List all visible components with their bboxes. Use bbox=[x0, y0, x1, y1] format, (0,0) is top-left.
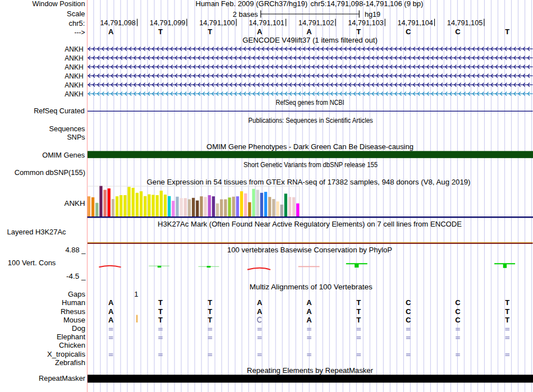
svg-text:Mouse: Mouse bbox=[63, 316, 85, 324]
svg-text:ANKH: ANKH bbox=[65, 72, 84, 80]
svg-text:T: T bbox=[158, 307, 163, 316]
svg-text:T: T bbox=[505, 316, 509, 324]
svg-text:T: T bbox=[208, 298, 212, 307]
svg-text:Publications: Sequences in Sci: Publications: Sequences in Scientific Ar… bbox=[249, 116, 373, 124]
svg-text:A: A bbox=[108, 298, 114, 307]
svg-text:T: T bbox=[208, 27, 212, 36]
svg-text:ANKH: ANKH bbox=[65, 90, 84, 98]
svg-text:T: T bbox=[208, 307, 212, 316]
svg-text:Common dbSNP(155): Common dbSNP(155) bbox=[15, 168, 85, 177]
svg-text:Chicken: Chicken bbox=[59, 341, 85, 349]
svg-text:1: 1 bbox=[134, 290, 138, 298]
svg-text:14,791,105: 14,791,105 bbox=[447, 19, 483, 27]
svg-text:Layered H3K27Ac: Layered H3K27Ac bbox=[7, 228, 66, 236]
svg-text:Scale: Scale bbox=[67, 10, 85, 18]
svg-text:T: T bbox=[505, 298, 509, 307]
svg-text:C: C bbox=[406, 27, 411, 36]
svg-text:A: A bbox=[108, 316, 114, 324]
svg-text:14,791,098: 14,791,098 bbox=[100, 19, 136, 27]
svg-text:2 bases: 2 bases bbox=[233, 10, 258, 19]
svg-text:ANKH: ANKH bbox=[65, 45, 84, 53]
svg-text:100 vertebrates Basewise Conse: 100 vertebrates Basewise Conservation by… bbox=[227, 246, 392, 254]
svg-text:T: T bbox=[158, 298, 163, 307]
svg-text:A: A bbox=[108, 27, 114, 36]
svg-text:4.88 _: 4.88 _ bbox=[65, 246, 86, 254]
svg-text:14,791,102: 14,791,102 bbox=[298, 19, 334, 27]
svg-text:Short Genetic Variants from db: Short Genetic Variants from dbSNP releas… bbox=[243, 160, 378, 169]
svg-text:14,791,104: 14,791,104 bbox=[398, 19, 433, 27]
svg-text:chr5:: chr5: bbox=[69, 19, 85, 27]
svg-text:--->: ---> bbox=[75, 28, 85, 36]
svg-text:14,791,101: 14,791,101 bbox=[249, 19, 284, 27]
svg-text:Zebrafish: Zebrafish bbox=[55, 358, 85, 367]
svg-text:Human Feb. 2009 (GRCh37/hg19): Human Feb. 2009 (GRCh37/hg19) bbox=[196, 0, 308, 8]
svg-text:Dog: Dog bbox=[72, 324, 85, 333]
svg-text:Rhesus: Rhesus bbox=[61, 307, 85, 316]
svg-text:RefSeq genes from NCBI: RefSeq genes from NCBI bbox=[276, 98, 344, 107]
svg-text:C: C bbox=[406, 298, 411, 307]
svg-text:A: A bbox=[257, 307, 263, 316]
svg-text:A: A bbox=[257, 27, 263, 36]
svg-text:14,791,100: 14,791,100 bbox=[199, 19, 235, 27]
svg-text:100 Vert. Cons: 100 Vert. Cons bbox=[8, 259, 56, 267]
svg-text:Repeating Elements by RepeatMa: Repeating Elements by RepeatMasker bbox=[247, 366, 374, 375]
svg-text:T: T bbox=[158, 27, 163, 36]
svg-text:hg19: hg19 bbox=[365, 10, 380, 19]
svg-text:A: A bbox=[306, 298, 312, 307]
svg-text:OMIM Genes: OMIM Genes bbox=[42, 151, 85, 159]
svg-text:T: T bbox=[505, 27, 509, 36]
svg-text:T: T bbox=[356, 298, 361, 307]
svg-text:C: C bbox=[455, 307, 461, 316]
svg-text:Window Position: Window Position bbox=[33, 0, 85, 8]
svg-text:A: A bbox=[108, 307, 114, 316]
svg-text:RepeatMasker: RepeatMasker bbox=[39, 374, 86, 382]
svg-text:A: A bbox=[306, 316, 312, 324]
svg-text:C: C bbox=[406, 316, 411, 324]
svg-text:Human: Human bbox=[62, 298, 85, 307]
svg-text:Elephant: Elephant bbox=[57, 333, 85, 341]
svg-text:chr5:14,791,098-14,791,106 (9: chr5:14,791,098-14,791,106 (9 bp) bbox=[310, 0, 423, 8]
svg-text:Multiz Alignments of 100 Verte: Multiz Alignments of 100 Vertebrates bbox=[250, 283, 373, 291]
svg-text:T: T bbox=[208, 316, 212, 324]
svg-text:T: T bbox=[356, 307, 361, 316]
svg-text:X_tropicalis: X_tropicalis bbox=[47, 350, 85, 358]
svg-text:Sequences: Sequences bbox=[49, 124, 85, 133]
svg-text:C: C bbox=[455, 27, 461, 36]
svg-text:H3K27Ac Mark (Often Found Near: H3K27Ac Mark (Often Found Near Active Re… bbox=[158, 220, 462, 228]
svg-text:14,791,099: 14,791,099 bbox=[150, 19, 185, 27]
svg-text:T: T bbox=[356, 27, 361, 36]
svg-text:ANKH: ANKH bbox=[65, 63, 84, 71]
svg-text:T: T bbox=[505, 307, 509, 316]
svg-text:T: T bbox=[356, 316, 361, 324]
svg-text:SNPs: SNPs bbox=[67, 133, 85, 141]
svg-text:A: A bbox=[306, 27, 312, 36]
svg-text:GENCODE V49lift37 (1 items fil: GENCODE V49lift37 (1 items filtered out) bbox=[242, 36, 378, 44]
svg-text:ANKH: ANKH bbox=[65, 199, 85, 207]
svg-text:RefSeq Curated: RefSeq Curated bbox=[34, 107, 85, 115]
svg-text:Gene Expression in 54 tissues: Gene Expression in 54 tissues from GTEx … bbox=[147, 178, 471, 186]
svg-text:A: A bbox=[306, 307, 312, 316]
svg-text:ANKH: ANKH bbox=[65, 54, 84, 62]
svg-text:T: T bbox=[158, 316, 163, 324]
svg-text:A: A bbox=[257, 298, 263, 307]
svg-text:OMIM Gene Phenotypes - Dark Gr: OMIM Gene Phenotypes - Dark Green Can Be… bbox=[206, 142, 413, 151]
svg-text:C: C bbox=[455, 298, 461, 307]
svg-text:Gaps: Gaps bbox=[68, 290, 85, 298]
svg-text:14,791,103: 14,791,103 bbox=[348, 19, 383, 27]
svg-text:C: C bbox=[406, 307, 411, 316]
svg-text:C: C bbox=[455, 316, 461, 324]
svg-text:-4.5 _: -4.5 _ bbox=[66, 272, 86, 280]
svg-text:ANKH: ANKH bbox=[65, 81, 84, 89]
